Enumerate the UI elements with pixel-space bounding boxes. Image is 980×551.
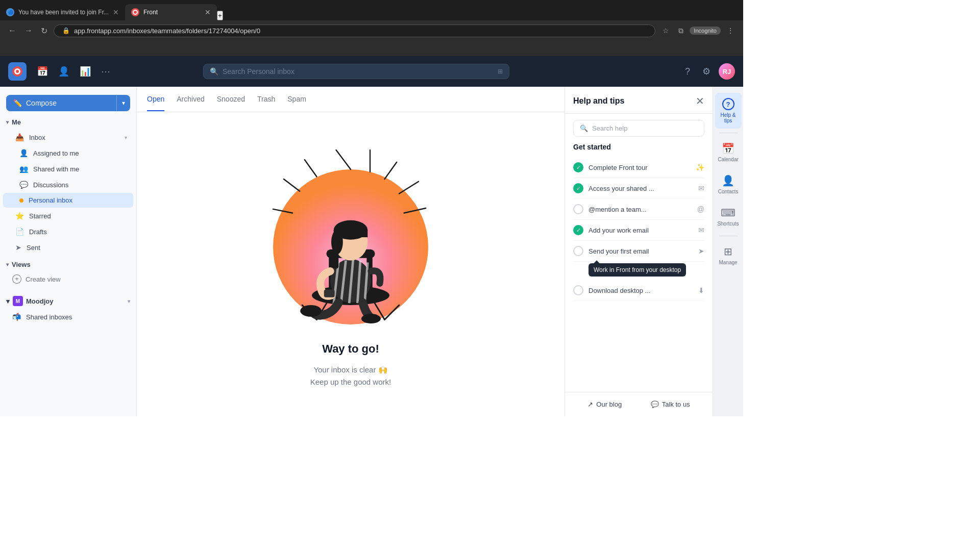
right-panel-shortcuts-button[interactable]: ⌨ Shortcuts <box>715 202 742 232</box>
discussions-icon: 💬 <box>19 181 28 189</box>
help-close-button[interactable]: ✕ <box>696 95 704 107</box>
chat-icon: 💬 <box>651 400 659 408</box>
checklist-item-download[interactable]: Download desktop ... ⬇ <box>573 280 704 301</box>
tab-snoozed[interactable]: Snoozed <box>217 88 245 111</box>
mention-icon: @ <box>697 205 704 213</box>
help-header-button[interactable]: ? <box>681 63 694 80</box>
inbox-label: Inbox <box>29 134 45 141</box>
menu-button[interactable]: ⋮ <box>724 24 737 37</box>
contacts-nav-button[interactable]: 👤 <box>54 63 74 80</box>
help-icon: ? <box>722 98 734 110</box>
moodjoy-header[interactable]: ▾ M Moodjoy ▾ <box>0 293 136 309</box>
me-section-header[interactable]: ▾ Me <box>0 115 136 129</box>
get-started-section: Get started ✓ Complete Front tour ✨ ✓ Ac… <box>565 143 713 301</box>
starred-label: Starred <box>29 212 51 220</box>
tabs-bar: Open Archived Snoozed Trash Spam <box>137 87 565 112</box>
right-contacts-icon: 👤 <box>722 174 734 187</box>
checklist-item-mention[interactable]: @mention a team... @ <box>573 199 704 220</box>
help-search-bar[interactable]: 🔍 <box>573 120 704 137</box>
new-tab-button[interactable]: + <box>217 11 223 20</box>
sidebar-item-inbox[interactable]: 📥 Inbox ▾ <box>3 130 133 145</box>
svg-point-1 <box>134 11 137 14</box>
sidebar-item-starred[interactable]: ⭐ Starred <box>3 208 133 223</box>
moodjoy-badge: M <box>13 296 23 306</box>
search-input[interactable] <box>223 67 494 76</box>
bookmark-button[interactable]: ☆ <box>659 24 672 37</box>
right-panel-manage-button[interactable]: ⊞ Manage <box>715 240 742 270</box>
help-panel-header: Help and tips ✕ <box>565 87 713 114</box>
sidebar-item-assigned[interactable]: 👤 Assigned to me <box>3 145 133 161</box>
right-panel-contacts-button[interactable]: 👤 Contacts <box>715 169 742 199</box>
browser-tab-front[interactable]: Front ✕ <box>125 4 217 20</box>
sidebar-item-drafts[interactable]: 📄 Drafts <box>3 224 133 239</box>
right-panel-shortcuts-label: Shortcuts <box>717 221 739 227</box>
svg-point-35 <box>361 314 381 323</box>
blog-button[interactable]: ↗ Our blog <box>587 400 622 408</box>
checklist-download-label: Download desktop ... <box>589 287 693 294</box>
right-manage-icon: ⊞ <box>724 245 732 258</box>
help-search-input[interactable] <box>592 124 698 132</box>
app-header: 📅 👤 📊 ⋯ 🔍 ⊞ ? ⚙ RJ <box>0 56 743 87</box>
right-panel-manage-label: Manage <box>719 260 737 265</box>
checklist-item-first-email[interactable]: Send your first email ➤ Work in Front fr… <box>573 241 704 262</box>
search-bar[interactable]: 🔍 ⊞ <box>203 64 509 79</box>
empty-line2: Keep up the good work! <box>310 378 391 386</box>
tab-close-invite[interactable]: ✕ <box>113 8 119 16</box>
right-panel-help-label: Help & tips <box>719 112 738 123</box>
sidebar-item-discussions[interactable]: 💬 Discussions <box>3 177 133 192</box>
assigned-icon: 👤 <box>19 149 28 157</box>
help-search-icon: 🔍 <box>580 124 588 132</box>
sidebar-item-shared-inboxes[interactable]: 📬 Shared inboxes <box>0 309 136 324</box>
starred-icon: ⭐ <box>15 212 24 220</box>
settings-button[interactable]: ⚙ <box>698 63 715 80</box>
svg-line-11 <box>305 160 317 177</box>
shared-inboxes-icon: 📬 <box>12 313 21 321</box>
checklist-item-tour[interactable]: ✓ Complete Front tour ✨ <box>573 157 704 178</box>
help-content: Get started ✓ Complete Front tour ✨ ✓ Ac… <box>565 143 713 392</box>
views-header[interactable]: ▾ Views <box>0 258 136 271</box>
empty-subtitle: Your inbox is clear 🙌 Keep up the good w… <box>310 364 391 388</box>
external-link-icon: ↗ <box>587 400 593 408</box>
compose-button[interactable]: ✏️ Compose ▾ <box>6 95 130 111</box>
forward-button[interactable]: → <box>22 24 35 37</box>
talk-to-us-button[interactable]: 💬 Talk to us <box>651 400 690 408</box>
back-button[interactable]: ← <box>6 24 18 37</box>
more-nav-button[interactable]: ⋯ <box>97 63 114 80</box>
avatar[interactable]: RJ <box>719 63 735 80</box>
talk-label: Talk to us <box>662 400 690 408</box>
calendar-nav-button[interactable]: 📅 <box>33 63 52 80</box>
compose-dropdown-arrow[interactable]: ▾ <box>116 95 130 111</box>
content-area: Open Archived Snoozed Trash Spam <box>137 87 565 416</box>
sidebar-item-shared[interactable]: 👥 Shared with me <box>3 161 133 177</box>
right-calendar-icon: 📅 <box>722 142 734 155</box>
right-panel-calendar-button[interactable]: 📅 Calendar <box>715 137 742 167</box>
check-first-email <box>573 246 583 256</box>
shared-label: Shared with me <box>33 165 79 173</box>
checklist-item-work-email[interactable]: ✓ Add your work email ✉ <box>573 220 704 241</box>
tab-label-invite: You have been invited to join Fr... <box>18 9 109 16</box>
empty-state: Way to go! Your inbox is clear 🙌 Keep up… <box>137 112 565 416</box>
tab-open[interactable]: Open <box>147 88 164 111</box>
address-bar[interactable]: 🔒 app.frontapp.com/inboxes/teammates/fol… <box>54 24 655 37</box>
create-view-item[interactable]: + Create view <box>0 271 136 287</box>
sidebar-item-personal-inbox[interactable]: Personal inbox <box>3 193 133 208</box>
checklist-item-shared[interactable]: ✓ Access your shared ... ✉ <box>573 178 704 199</box>
browser-tab-invite[interactable]: 🔵 You have been invited to join Fr... ✕ <box>0 4 125 20</box>
lock-icon: 🔒 <box>62 27 70 34</box>
tab-archived[interactable]: Archived <box>177 88 204 111</box>
drafts-label: Drafts <box>29 228 47 236</box>
tab-trash[interactable]: Trash <box>257 88 275 111</box>
sidebar-item-sent[interactable]: ➤ Sent <box>3 240 133 255</box>
browser-actions: ☆ ⧉ Incognito ⋮ <box>659 24 737 37</box>
analytics-nav-button[interactable]: 📊 <box>76 63 95 80</box>
empty-title: Way to go! <box>322 342 379 356</box>
right-panel-help-button[interactable]: ? Help & tips <box>715 93 742 129</box>
tab-spam[interactable]: Spam <box>287 88 306 111</box>
extension-button[interactable]: ⧉ <box>675 24 687 37</box>
me-label: Me <box>12 118 21 126</box>
svg-line-8 <box>385 162 397 179</box>
personal-inbox-label: Personal inbox <box>29 196 72 204</box>
refresh-button[interactable]: ↻ <box>39 24 50 38</box>
tour-icon: ✨ <box>696 163 704 171</box>
tab-close-front[interactable]: ✕ <box>205 8 211 16</box>
